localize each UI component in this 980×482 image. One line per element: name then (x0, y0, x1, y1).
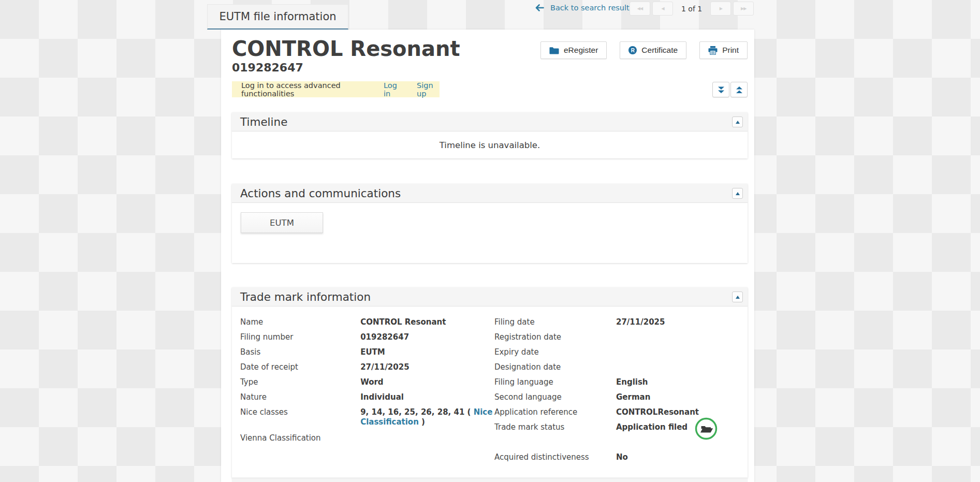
collapse-triangle-icon (736, 121, 740, 124)
trademark-fields-left-column: Name CONTROL Resonant Filing number 0192… (240, 316, 494, 466)
first-icon: ◀◀ (637, 6, 642, 11)
trade-mark-status-value: Application filed (616, 422, 688, 432)
field-label: Expiry date (494, 346, 616, 357)
field-row-name: Name CONTROL Resonant (240, 316, 494, 331)
print-button[interactable]: Print (699, 41, 748, 59)
field-label: Second language (494, 391, 616, 402)
actions-body: EUTM (232, 212, 748, 263)
nice-classes-numbers: 9, 14, 16, 25, 26, 28, 41 ( (360, 407, 474, 417)
expand-all-button[interactable] (712, 82, 729, 97)
collapse-triangle-icon (736, 296, 740, 299)
eutm-tab-button[interactable]: EUTM (241, 212, 323, 233)
collapse-all-button[interactable] (730, 82, 748, 97)
log-in-link[interactable]: Log in (384, 81, 402, 98)
field-label: Filing number (240, 331, 360, 342)
eregister-button[interactable]: eRegister (540, 41, 607, 59)
first-result-button[interactable]: ◀◀ (630, 2, 650, 16)
trademark-collapse-button[interactable] (732, 291, 743, 302)
field-row-designation-date: Designation date (494, 361, 752, 376)
folder-icon (549, 47, 559, 54)
login-banner: Log in to access advanced functionalitie… (232, 81, 440, 97)
expand-collapse-controls (712, 82, 748, 97)
trademark-section-title: Trade mark information (240, 290, 371, 303)
tab-label: EUTM file information (219, 10, 336, 23)
field-value (616, 361, 752, 362)
certificate-label: Certificate (641, 46, 678, 55)
trademark-section-header: Trade mark information (232, 287, 748, 306)
timeline-body: Timeline is unavailable. (232, 132, 748, 158)
results-pager: ◀◀ ◀ 1 of 1 ▶ ▶▶ (630, 2, 756, 16)
page-indicator: 1 of 1 (681, 5, 702, 13)
banner-row: Log in to access advanced functionalitie… (232, 81, 748, 97)
sign-up-link[interactable]: Sign up (417, 81, 440, 98)
application-filed-folder-icon (695, 417, 718, 440)
last-result-button[interactable]: ▶▶ (733, 2, 754, 16)
eregister-label: eRegister (564, 46, 598, 55)
actions-section-title: Actions and communications (240, 187, 401, 200)
field-value: No (616, 451, 752, 462)
double-chevron-down-icon (718, 86, 725, 94)
printer-icon (708, 46, 718, 55)
field-label: Vienna Classification (240, 432, 360, 443)
login-banner-message: Log in to access advanced functionalitie… (241, 81, 365, 98)
header-row: CONTROL Resonant 019282647 eRegister R C… (232, 37, 748, 75)
field-label: Trade mark status (494, 421, 616, 432)
actions-collapse-button[interactable] (732, 188, 743, 199)
trademark-information-section: Trade mark information Name CONTROL Reso… (232, 287, 748, 478)
field-value: English (616, 376, 752, 387)
field-row-registration-date: Registration date (494, 331, 752, 346)
next-section-header-cutoff (232, 478, 748, 482)
field-value (616, 346, 752, 347)
certificate-button[interactable]: R Certificate (620, 41, 686, 59)
field-label: Filing language (494, 376, 616, 387)
field-row-type: Type Word (240, 376, 494, 391)
last-icon: ▶▶ (741, 6, 746, 11)
trademark-filing-number: 019282647 (232, 61, 540, 75)
timeline-section-header: Timeline (232, 112, 748, 132)
field-label: Name (240, 316, 360, 327)
timeline-collapse-button[interactable] (732, 116, 743, 127)
next-result-button[interactable]: ▶ (710, 2, 731, 16)
field-value: Word (360, 376, 494, 387)
field-label: Filing date (494, 316, 616, 327)
previous-result-button[interactable]: ◀ (652, 2, 673, 16)
field-row-vienna-classification: Vienna Classification (240, 432, 494, 447)
field-row-acquired-distinctiveness: Acquired distinctiveness No (494, 451, 752, 466)
field-row-nature: Nature Individual (240, 391, 494, 406)
field-value: Individual (360, 391, 494, 402)
double-chevron-up-icon (736, 86, 743, 94)
field-label: Designation date (494, 361, 616, 372)
trademark-fields: Name CONTROL Resonant Filing number 0192… (232, 306, 748, 478)
trademark-fields-right-column: Filing date 27/11/2025 Registration date… (494, 316, 752, 466)
field-value: EUTM (360, 346, 494, 357)
main-content: CONTROL Resonant 019282647 eRegister R C… (221, 30, 754, 482)
field-label: Date of receipt (240, 361, 360, 372)
tab-eutm-file-information[interactable]: EUTM file information (207, 4, 348, 30)
registered-icon: R (628, 46, 637, 54)
back-link-label: Back to search results (550, 4, 633, 12)
field-label: Nice classes (240, 406, 360, 417)
actions-section-header: Actions and communications (232, 184, 748, 203)
field-value: 9, 14, 16, 25, 26, 28, 41 ( Nice Classif… (360, 406, 494, 427)
field-label: Registration date (494, 331, 616, 342)
collapse-triangle-icon (736, 192, 740, 195)
field-label: Acquired distinctiveness (494, 451, 616, 462)
field-row-trade-mark-status: Trade mark status Application filed (494, 421, 752, 445)
previous-icon: ◀ (661, 6, 664, 11)
field-label: Basis (240, 346, 360, 357)
field-value: 27/11/2025 (616, 316, 752, 327)
field-value (360, 432, 494, 433)
back-to-search-results-link[interactable]: Back to search results (535, 4, 633, 12)
next-icon: ▶ (720, 6, 722, 11)
field-row-nice-classes: Nice classes 9, 14, 16, 25, 26, 28, 41 (… (240, 406, 494, 432)
field-label: Application reference (494, 406, 616, 417)
back-arrow-icon (535, 4, 544, 11)
field-value: Application filed (616, 421, 752, 440)
eutm-tab-label: EUTM (270, 218, 294, 228)
nice-classes-suffix: ) (419, 417, 425, 427)
timeline-empty-message: Timeline is unavailable. (440, 140, 540, 150)
field-value: 27/11/2025 (360, 361, 494, 372)
timeline-section-title: Timeline (240, 115, 287, 128)
field-row-second-language: Second language German (494, 391, 752, 406)
field-row-filing-date: Filing date 27/11/2025 (494, 316, 752, 331)
